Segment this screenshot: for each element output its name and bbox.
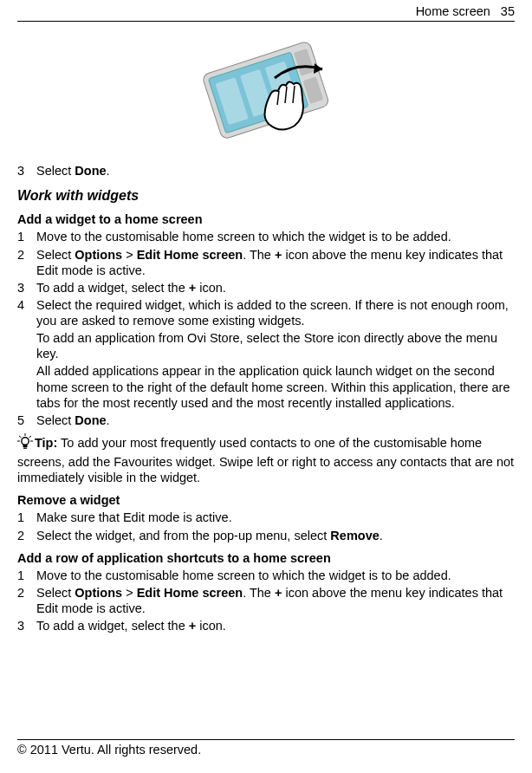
step-text: To add a widget, select the + icon. xyxy=(36,618,515,633)
text: Select the widget, and from the pop-up m… xyxy=(36,529,330,542)
text: Select xyxy=(36,248,75,262)
step-number: 1 xyxy=(17,568,36,583)
rw-step-2: 2 Select the widget, and from the pop-up… xyxy=(17,528,515,543)
subheading-add-widget: Add a widget to a home screen xyxy=(17,211,515,227)
step-text: Select the required widget, which is add… xyxy=(36,297,515,328)
edit-home-screen-label: Edit Home screen xyxy=(137,586,243,600)
header-rule xyxy=(17,21,515,22)
heading-work-with-widgets: Work with widgets xyxy=(17,187,515,205)
text: Select xyxy=(36,413,75,427)
remove-label: Remove xyxy=(330,529,379,542)
page-header: Home screen 35 xyxy=(17,0,515,21)
step-number: 4 xyxy=(17,297,36,328)
header-section: Home screen xyxy=(416,3,490,19)
step-number: 3 xyxy=(17,163,36,179)
subheading-add-row: Add a row of application shortcuts to a … xyxy=(17,550,515,566)
step-text: Move to the customisable home screen to … xyxy=(36,229,515,244)
tip-label: Tip: xyxy=(35,436,57,450)
step-number: 3 xyxy=(17,280,36,296)
step-number: 2 xyxy=(17,247,36,278)
text: . xyxy=(380,529,383,542)
aw-step-1: 1 Move to the customisable home screen t… xyxy=(17,229,515,244)
text: . The xyxy=(243,586,275,600)
plus-label: + xyxy=(189,619,196,633)
svg-line-9 xyxy=(19,436,22,438)
text: icon. xyxy=(196,281,226,295)
ar-step-1: 1 Move to the customisable home screen t… xyxy=(17,568,515,583)
text: Select xyxy=(36,586,75,600)
ar-step-2: 2 Select Options > Edit Home screen. The… xyxy=(17,585,515,616)
step-text: Make sure that Edit mode is active. xyxy=(36,510,515,525)
svg-rect-15 xyxy=(23,447,27,448)
svg-line-10 xyxy=(29,436,32,438)
subheading-remove-widget: Remove a widget xyxy=(17,492,515,508)
tip-text: To add your most frequently used contact… xyxy=(17,436,514,484)
step-3-done: 3 Select Done. xyxy=(17,163,515,179)
options-label: Options xyxy=(75,248,122,262)
aw-step-2: 2 Select Options > Edit Home screen. The… xyxy=(17,247,515,278)
step-text: Move to the customisable home screen to … xyxy=(36,568,515,583)
step-number: 2 xyxy=(17,585,36,616)
text: To add a widget, select the xyxy=(36,281,189,295)
step-number: 5 xyxy=(17,412,36,428)
done-label: Done xyxy=(75,413,106,427)
tip: Tip: To add your most frequently used co… xyxy=(17,433,515,485)
done-label: Done xyxy=(75,164,106,178)
aw-step-5: 5 Select Done. xyxy=(17,412,515,428)
phone-swipe-illustration xyxy=(192,30,340,147)
svg-point-13 xyxy=(22,438,29,445)
text: Select xyxy=(36,164,75,178)
step-number: 1 xyxy=(17,510,36,525)
text: icon. xyxy=(196,619,226,633)
text: > xyxy=(122,586,137,600)
aw-step-4-para2: All added applications appear in the app… xyxy=(36,363,515,410)
lightbulb-icon xyxy=(17,433,33,454)
step-text: Select Options > Edit Home screen. The +… xyxy=(36,585,515,616)
step-text: Select the widget, and from the pop-up m… xyxy=(36,528,515,543)
aw-step-4-para1: To add an application from Ovi Store, se… xyxy=(36,330,515,361)
step-text: To add a widget, select the + icon. xyxy=(36,280,515,296)
text: > xyxy=(122,248,137,262)
svg-rect-14 xyxy=(23,445,28,447)
plus-label: + xyxy=(189,281,196,295)
aw-step-4: 4 Select the required widget, which is a… xyxy=(17,297,515,328)
step-text: Select Done. xyxy=(36,163,515,179)
text: To add a widget, select the xyxy=(36,619,189,633)
step-number: 2 xyxy=(17,528,36,543)
footer-rule xyxy=(17,739,515,740)
step-text: Select Options > Edit Home screen. The +… xyxy=(36,247,515,278)
edit-home-screen-label: Edit Home screen xyxy=(137,248,243,262)
step-text: Select Done. xyxy=(36,412,515,428)
text: . xyxy=(107,164,110,178)
page-footer: © 2011 Vertu. All rights reserved. xyxy=(17,739,515,757)
text: . The xyxy=(243,248,275,262)
footer-text: © 2011 Vertu. All rights reserved. xyxy=(17,742,515,757)
header-page-number: 35 xyxy=(501,3,515,19)
ar-step-3: 3 To add a widget, select the + icon. xyxy=(17,618,515,633)
step-number: 1 xyxy=(17,229,36,244)
text: . xyxy=(107,413,110,427)
options-label: Options xyxy=(75,586,122,600)
illustration xyxy=(17,30,515,147)
rw-step-1: 1 Make sure that Edit mode is active. xyxy=(17,510,515,525)
step-number: 3 xyxy=(17,618,36,633)
page: Home screen 35 3 xyxy=(0,0,532,773)
aw-step-3: 3 To add a widget, select the + icon. xyxy=(17,280,515,296)
